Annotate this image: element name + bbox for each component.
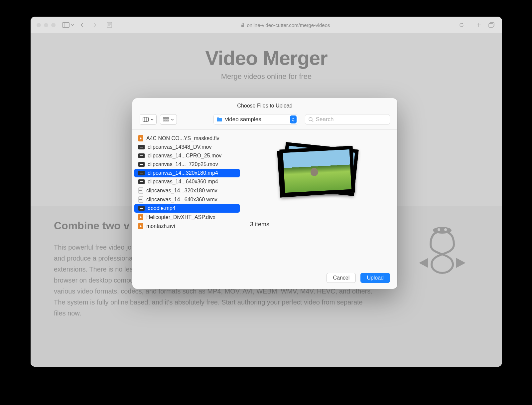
- dialog-body: A4C NON CO...YS_masked.flvclipcanvas_143…: [132, 129, 397, 268]
- browser-toolbar: online-video-cutter.com/merge-videos: [31, 17, 502, 33]
- chevron-down-icon: [151, 118, 154, 121]
- lock-icon: [241, 23, 245, 27]
- items-count: 3 items: [249, 221, 391, 228]
- upload-button[interactable]: Upload: [360, 273, 390, 283]
- window-controls: [37, 23, 56, 27]
- file-name: montazh.avi: [146, 223, 175, 229]
- file-item[interactable]: clipcanvas_14..._720p25.mov: [132, 160, 242, 169]
- file-type-icon: [138, 162, 145, 167]
- svg-line-24: [312, 120, 313, 122]
- preview-stack: [277, 143, 363, 203]
- file-name: clipcanvas_14348_DV.mov: [148, 144, 211, 150]
- search-icon: [309, 117, 314, 122]
- svg-rect-17: [163, 117, 165, 119]
- file-item[interactable]: clipcanvas_14...320x180.mp4: [134, 169, 240, 177]
- search-input[interactable]: Search: [305, 114, 390, 125]
- dialog-title: Choose Files to Upload: [132, 98, 397, 114]
- file-item[interactable]: clipcanvas_14348_DV.mov: [132, 143, 242, 151]
- file-name: clipcanvas_14..._720p25.mov: [148, 161, 218, 167]
- preview-pane: 3 items: [242, 130, 397, 268]
- file-item[interactable]: clipcanvas_14...640x360.wmv: [132, 195, 242, 204]
- back-button[interactable]: [77, 21, 87, 29]
- file-item[interactable]: clipcanvas_14...CPRO_25.mov: [132, 151, 242, 160]
- reader-button[interactable]: [105, 21, 114, 29]
- folder-icon: [216, 117, 222, 122]
- file-item[interactable]: montazh.avi: [132, 222, 242, 231]
- file-item[interactable]: Helicopter_DivXHT_ASP.divx: [132, 213, 242, 222]
- svg-rect-2: [107, 22, 112, 28]
- svg-rect-14: [143, 117, 149, 122]
- file-name: doodle.mp4: [148, 205, 176, 211]
- columns-icon: [143, 117, 149, 122]
- file-name: clipcanvas_14...640x360.wmv: [146, 197, 217, 203]
- svg-rect-0: [63, 23, 69, 28]
- location-dropdown[interactable]: video samples: [213, 114, 298, 125]
- file-name: clipcanvas_14...320x180.mp4: [148, 170, 218, 176]
- forward-button[interactable]: [90, 21, 99, 29]
- svg-rect-10: [489, 24, 493, 27]
- search-placeholder: Search: [316, 116, 334, 123]
- reload-button[interactable]: [457, 21, 466, 29]
- svg-rect-6: [241, 25, 244, 27]
- file-type-icon: [138, 171, 145, 175]
- view-columns-button[interactable]: [140, 114, 157, 125]
- url-text: online-video-cutter.com/merge-videos: [247, 22, 330, 28]
- svg-rect-22: [167, 120, 169, 121]
- minimize-dot[interactable]: [44, 23, 48, 27]
- dialog-footer: Cancel Upload: [132, 268, 397, 289]
- group-by-button[interactable]: [160, 114, 177, 125]
- cancel-button[interactable]: Cancel: [327, 273, 356, 283]
- chevron-down-icon: [171, 118, 174, 121]
- chevron-down-icon: [71, 24, 74, 26]
- file-name: A4C NON CO...YS_masked.flv: [146, 135, 219, 141]
- file-list[interactable]: A4C NON CO...YS_masked.flvclipcanvas_143…: [132, 130, 242, 268]
- file-name: clipcanvas_14...320x180.wmv: [146, 188, 217, 194]
- file-type-icon: [138, 223, 143, 229]
- file-picker-dialog: Choose Files to Upload video samples: [132, 98, 397, 289]
- file-type-icon: [138, 206, 145, 211]
- file-name: Helicopter_DivXHT_ASP.divx: [146, 214, 215, 220]
- file-item[interactable]: clipcanvas_14...320x180.wmv: [132, 186, 242, 195]
- address-bar[interactable]: online-video-cutter.com/merge-videos: [127, 22, 444, 28]
- file-item[interactable]: A4C NON CO...YS_masked.flv: [132, 134, 242, 143]
- file-item[interactable]: doodle.mp4: [134, 204, 240, 213]
- svg-rect-21: [165, 120, 167, 121]
- svg-rect-18: [165, 117, 167, 119]
- file-type-icon: [138, 135, 143, 141]
- file-name: clipcanvas_14...640x360.mp4: [148, 179, 218, 185]
- close-dot[interactable]: [37, 23, 41, 27]
- file-type-icon: [138, 145, 145, 149]
- location-caret-icon: [290, 115, 297, 123]
- file-type-icon: [138, 187, 143, 194]
- zoom-dot[interactable]: [51, 23, 56, 27]
- file-type-icon: [138, 196, 143, 203]
- file-item[interactable]: clipcanvas_14...640x360.mp4: [132, 177, 242, 186]
- file-type-icon: [138, 214, 143, 220]
- file-type-icon: [138, 179, 145, 184]
- svg-rect-20: [163, 120, 165, 121]
- location-label: video samples: [225, 116, 261, 123]
- tabs-button[interactable]: [487, 21, 496, 29]
- svg-point-23: [309, 117, 312, 121]
- sidebar-toggle[interactable]: [62, 22, 74, 28]
- new-tab-button[interactable]: [474, 21, 483, 29]
- preview-thumbnail: [279, 146, 355, 196]
- file-name: clipcanvas_14...CPRO_25.mov: [148, 153, 221, 159]
- file-type-icon: [138, 153, 145, 158]
- svg-rect-19: [167, 117, 169, 119]
- dialog-toolbar: video samples Search: [132, 114, 397, 129]
- grid-icon: [163, 117, 169, 122]
